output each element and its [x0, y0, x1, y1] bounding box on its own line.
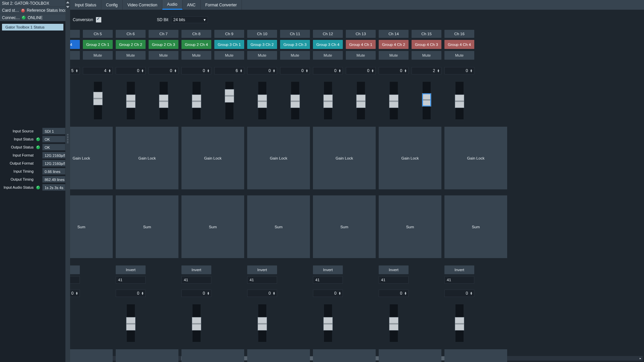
gain-slider[interactable]: [412, 82, 441, 119]
gain-spinner[interactable]: 0▲▼: [346, 67, 376, 74]
tab-format-converter[interactable]: Format Converter: [201, 0, 242, 10]
gain-spinner[interactable]: 6▲▼: [214, 67, 244, 74]
group-button[interactable]: Group 3 Ch 4: [313, 40, 343, 49]
spinner-arrows-icon[interactable]: ▲▼: [371, 69, 374, 72]
slider-thumb[interactable]: [126, 95, 136, 108]
delay-lock-button[interactable]: Delay Lock: [379, 349, 441, 362]
gain-slider[interactable]: [346, 82, 376, 119]
slider-thumb[interactable]: [258, 95, 267, 108]
group-button[interactable]: Group 4 Ch 2: [379, 40, 409, 49]
slider-thumb[interactable]: [192, 95, 201, 108]
delay-spinner[interactable]: 0▲▼: [379, 290, 409, 297]
chevron-left-icon[interactable]: [66, 1, 69, 3]
conversion-checkbox[interactable]: [96, 17, 101, 22]
invert-button[interactable]: Invert: [379, 265, 409, 274]
spinner-arrows-icon[interactable]: ▲▼: [174, 69, 177, 72]
gain-lock-button[interactable]: Gain Lock: [116, 127, 178, 189]
mute-button[interactable]: Mute: [247, 51, 277, 60]
gain-spinner[interactable]: 0▲▼: [379, 67, 409, 74]
spinner-arrows-icon[interactable]: ▲▼: [207, 69, 210, 72]
mute-button[interactable]: Mute: [149, 51, 178, 60]
invert-button[interactable]: Invert: [247, 265, 277, 274]
delay-slider[interactable]: [116, 304, 146, 342]
group-button[interactable]: Group 2 Ch 3: [149, 40, 178, 49]
delay-lock-button[interactable]: Delay Lock: [444, 349, 507, 362]
gain-spinner[interactable]: 0▲▼: [116, 67, 146, 74]
gain-spinner[interactable]: 0▲▼: [181, 67, 211, 74]
spinner-arrows-icon[interactable]: ▲▼: [273, 69, 275, 72]
delay-slider[interactable]: [379, 304, 409, 342]
gain-spinner[interactable]: 0▲▼: [444, 67, 474, 74]
gain-lock-button[interactable]: Gain Lock: [313, 127, 376, 189]
tab-video-correction[interactable]: Video Correction: [123, 0, 162, 10]
gain-slider[interactable]: [181, 82, 211, 119]
delay-spinner[interactable]: 0▲▼: [247, 290, 277, 297]
gain-lock-button[interactable]: Gain Lock: [70, 127, 113, 189]
sum-button[interactable]: Sum: [313, 195, 376, 258]
mute-button[interactable]: Mute: [70, 51, 80, 60]
spinner-arrows-icon[interactable]: ▲▼: [470, 292, 473, 295]
invert-button[interactable]: Invert: [181, 265, 211, 274]
slider-thumb[interactable]: [290, 95, 300, 108]
group-button[interactable]: Group 3 Ch 1: [214, 40, 244, 49]
mute-button[interactable]: Mute: [280, 51, 310, 60]
delay-lock-button[interactable]: Delay Lock: [116, 349, 178, 362]
gain-spinner[interactable]: 0▲▼: [149, 67, 178, 74]
slider-thumb[interactable]: [323, 95, 333, 108]
sum-button[interactable]: Sum: [247, 195, 310, 258]
gain-spinner[interactable]: 0▲▼: [280, 67, 310, 74]
value-input[interactable]: 41: [444, 276, 474, 284]
slider-thumb[interactable]: [422, 93, 431, 107]
slider-thumb[interactable]: [126, 317, 136, 330]
tab-audio[interactable]: Audio: [162, 0, 182, 10]
value-input[interactable]: 41: [379, 276, 409, 284]
mute-button[interactable]: Mute: [444, 51, 474, 60]
mute-button[interactable]: Mute: [346, 51, 376, 60]
chevron-right-icon[interactable]: [66, 6, 69, 8]
spinner-arrows-icon[interactable]: ▲▼: [273, 292, 275, 295]
gain-slider[interactable]: [280, 82, 310, 119]
sum-button[interactable]: Sum: [181, 195, 244, 258]
sum-button[interactable]: Sum: [444, 195, 507, 258]
slider-thumb[interactable]: [455, 317, 464, 330]
status-tab-chip[interactable]: Gator Toolbox 1 Status: [2, 24, 63, 31]
group-button[interactable]: Group 3 Ch 2: [247, 40, 277, 49]
invert-button[interactable]: Invert: [116, 265, 146, 274]
gain-spinner[interactable]: 0▲▼: [313, 67, 343, 74]
gain-slider[interactable]: [116, 82, 146, 119]
mute-button[interactable]: Mute: [412, 51, 441, 60]
slider-thumb[interactable]: [455, 95, 464, 108]
slider-thumb[interactable]: [356, 95, 366, 108]
group-button[interactable]: p 1 Ch 4: [70, 40, 80, 49]
invert-button[interactable]: Invert: [444, 265, 474, 274]
tab-input-status[interactable]: Input Status: [70, 0, 101, 10]
delay-lock-button[interactable]: Delay Lock: [70, 349, 113, 362]
group-button[interactable]: Group 4 Ch 3: [412, 40, 441, 49]
slider-thumb[interactable]: [258, 317, 267, 330]
spinner-arrows-icon[interactable]: ▲▼: [338, 69, 341, 72]
spinner-arrows-icon[interactable]: ▲▼: [404, 292, 407, 295]
delay-slider[interactable]: [70, 304, 80, 342]
slider-thumb[interactable]: [225, 89, 234, 103]
gain-slider[interactable]: [247, 82, 277, 119]
delay-slider[interactable]: [181, 304, 211, 342]
value-input[interactable]: 41: [116, 276, 146, 284]
sdbit-select[interactable]: 24 bits ▾: [171, 16, 208, 23]
delay-lock-button[interactable]: Delay Lock: [181, 349, 244, 362]
spinner-arrows-icon[interactable]: ▲▼: [108, 69, 111, 72]
gain-slider[interactable]: [379, 82, 409, 119]
gain-lock-button[interactable]: Gain Lock: [444, 127, 507, 189]
delay-lock-button[interactable]: Delay Lock: [313, 349, 376, 362]
group-button[interactable]: Group 4 Ch 4: [444, 40, 474, 49]
gain-spinner[interactable]: 5▲▼: [70, 67, 80, 74]
slider-thumb[interactable]: [389, 317, 398, 330]
gain-slider[interactable]: [149, 82, 178, 119]
sum-button[interactable]: Sum: [70, 195, 113, 258]
group-button[interactable]: Group 2 Ch 1: [83, 40, 113, 49]
slider-thumb[interactable]: [389, 95, 398, 108]
value-input[interactable]: 41: [247, 276, 277, 284]
mute-button[interactable]: Mute: [116, 51, 146, 60]
slider-thumb[interactable]: [159, 95, 168, 108]
delay-lock-button[interactable]: Delay Lock: [247, 349, 310, 362]
group-button[interactable]: Group 4 Ch 1: [346, 40, 376, 49]
